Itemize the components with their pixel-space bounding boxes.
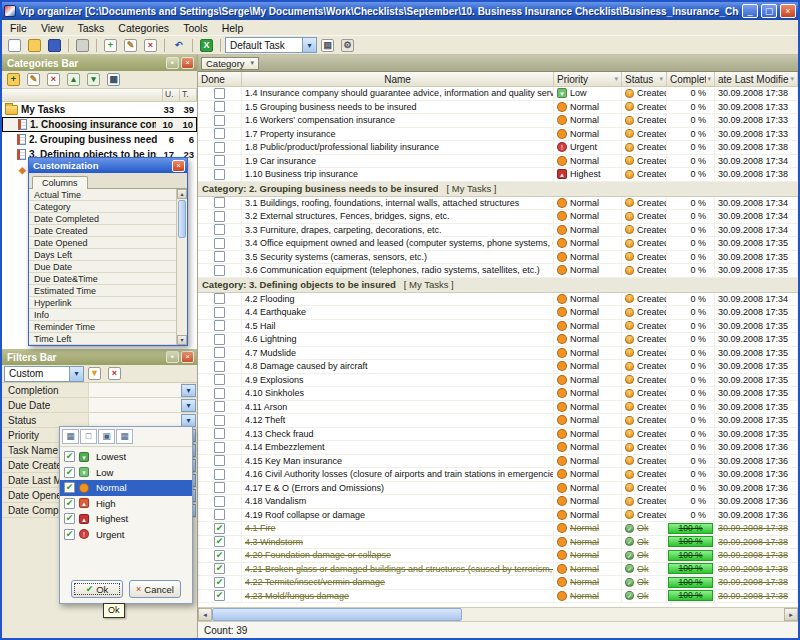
option-checkbox[interactable]: ✔ [64,467,75,478]
category-tree-item[interactable]: My Tasks3339 [2,102,197,117]
task-row[interactable]: 4.4 EarthquakeNormal!Created0 %30.09.200… [198,306,798,320]
undo-button[interactable]: ↶ [169,37,188,54]
group-header-row[interactable]: Category: 2. Grouping business needs to … [198,182,798,197]
task-row[interactable]: 3.4 Office equipment owned and leased (c… [198,237,798,251]
category-tree-item[interactable]: 2. Grouping business needs to be insured… [2,132,197,147]
close-panel-icon[interactable]: × [181,57,194,69]
priority-filter-popup[interactable]: ▦□▣▦ ✔▾Lowest✔▾Low✔Normal✔▴High✔▴Highest… [59,426,193,604]
task-row[interactable]: 4.7 MudslideNormal!Created0 %30.09.2008 … [198,347,798,361]
task-checkbox[interactable] [214,155,225,166]
scroll-right-icon[interactable]: ▸ [784,608,798,621]
menu-tools[interactable]: Tools [176,22,215,34]
task-checkbox[interactable] [214,88,225,99]
task-row[interactable]: 1.10 Business trip insurance▴Highest!Cre… [198,168,798,182]
group-by-chip-category[interactable]: Category ▾ [201,57,259,70]
task-checkbox[interactable] [214,374,225,385]
task-row[interactable]: 3.3 Furniture, drapes, carpeting, decora… [198,224,798,238]
task-row[interactable]: 4.19 Roof collapse or damageNormal!Creat… [198,509,798,523]
tab-columns[interactable]: Columns [32,176,88,189]
priority-option-lowest[interactable]: ✔▾Lowest [60,449,192,465]
option-checkbox[interactable]: ✔ [64,513,75,524]
columns-button[interactable]: ▦ [104,71,123,88]
menu-help[interactable]: Help [215,22,251,34]
task-row[interactable]: 4.16 Civil Authority losses (closure of … [198,468,798,482]
task-row[interactable]: 3.5 Security systems (cameras, sensors, … [198,251,798,265]
task-row[interactable]: ✔4.22 Termite/insect/vermin damageNormal… [198,576,798,590]
task-checkbox[interactable] [214,442,225,453]
priority-option-urgent[interactable]: ✔!Urgent [60,527,192,543]
task-checkbox[interactable]: ✔ [214,577,225,588]
menu-tasks[interactable]: Tasks [71,22,112,34]
minimize-button[interactable]: _ [742,4,758,18]
column-list-item[interactable]: Due Date [29,261,176,273]
move-up-button[interactable]: ▴ [64,71,83,88]
customization-window[interactable]: Customization × Columns Actual TimeCateg… [28,157,188,346]
column-list-item[interactable]: Category [29,201,176,213]
category-tree-item[interactable]: 1. Choosing insurance company1010 [2,117,197,132]
column-header-complete[interactable]: Complete▾ [667,72,715,87]
task-row[interactable]: 1.4 Insurance company should guarantee a… [198,87,798,101]
vertical-scrollbar[interactable]: ▴ ▾ [176,189,187,345]
chevron-down-icon[interactable]: ▾ [181,384,196,397]
task-checkbox[interactable] [214,307,225,318]
settings-button[interactable]: ⚙ [338,37,357,54]
scrollbar-track[interactable] [462,608,784,621]
task-row[interactable]: 1.5 Grouping business needs to be insure… [198,101,798,115]
task-checkbox[interactable] [214,251,225,262]
task-row[interactable]: 4.18 VandalismNormal!Created0 %30.09.200… [198,495,798,509]
menu-file[interactable]: File [3,22,34,34]
column-list-item[interactable]: Hyperlink [29,297,176,309]
scrollbar-thumb[interactable] [178,200,186,238]
column-list-item[interactable]: Info [29,309,176,321]
task-row[interactable]: 4.10 SinkholesNormal!Created0 %30.09.200… [198,387,798,401]
priority-option-highest[interactable]: ✔▴Highest [60,511,192,527]
task-checkbox[interactable] [214,197,225,208]
task-row[interactable]: ✔4.20 Foundation damage or collapseNorma… [198,549,798,563]
task-checkbox[interactable] [214,211,225,222]
task-checkbox[interactable]: ✔ [214,563,225,574]
priority-option-high[interactable]: ✔▴High [60,496,192,512]
task-row[interactable]: 3.1 Buildings, roofing, foundations, int… [198,197,798,211]
option-checkbox[interactable]: ✔ [64,498,75,509]
column-list-item[interactable]: Days Left [29,249,176,261]
add-task-button[interactable]: + [101,37,120,54]
task-checkbox[interactable] [214,320,225,331]
task-row[interactable]: 4.2 FloodingNormal!Created0 %30.09.2008 … [198,293,798,307]
filter-preset-combo[interactable]: Custom ▾ [4,366,84,382]
task-checkbox[interactable] [214,361,225,372]
task-row[interactable]: 4.11 ArsonNormal!Created0 %30.09.2008 17… [198,401,798,415]
select-all-icon[interactable]: ▦ [62,429,79,444]
tree-column-categories[interactable] [2,89,163,102]
option-checkbox[interactable]: ✔ [64,482,75,493]
task-row[interactable]: 3.2 External structures, Fences, bridges… [198,210,798,224]
open-file-button[interactable] [25,37,44,54]
task-checkbox[interactable] [214,496,225,507]
task-row[interactable]: 4.14 EmbezzlementNormal!Created0 %30.09.… [198,441,798,455]
task-checkbox[interactable] [214,115,225,126]
task-row[interactable]: 1.9 Car insuranceNormal!Created0 %30.09.… [198,155,798,169]
tree-column-uncompleted[interactable]: U. [163,89,180,102]
task-row[interactable]: 4.17 E & O (Errors and Omissions)Normal!… [198,482,798,496]
task-row[interactable]: 4.8 Damage caused by aircraftNormal!Crea… [198,360,798,374]
task-checkbox[interactable] [214,128,225,139]
customization-title-bar[interactable]: Customization × [29,158,187,173]
column-header-priority[interactable]: Priority▾ [554,72,622,87]
task-checkbox[interactable] [214,509,225,520]
add-category-button[interactable]: + [4,71,23,88]
tree-column-total[interactable]: T. [180,89,197,102]
menu-categories[interactable]: Categories [111,22,176,34]
column-list-item[interactable]: Date Opened [29,237,176,249]
task-type-combo[interactable]: Default Task ▾ [225,37,317,53]
option-checkbox[interactable]: ✔ [64,529,75,540]
task-checkbox[interactable]: ✔ [214,590,225,601]
chevron-down-icon[interactable]: ▾ [69,367,83,381]
chevron-down-icon[interactable]: ▾ [302,38,316,52]
task-checkbox[interactable] [214,482,225,493]
task-row[interactable]: 4.15 Key Man insuranceNormal!Created0 %3… [198,455,798,469]
new-document-button[interactable] [5,37,24,54]
task-row[interactable]: 4.5 HailNormal!Created0 %30.09.2008 17:3… [198,320,798,334]
maximize-button[interactable]: ▢ [761,4,777,18]
column-list-item[interactable]: Time Left [29,333,176,345]
column-list-item[interactable]: Actual Time [29,189,176,201]
grid-icon[interactable]: ▦ [116,429,133,444]
